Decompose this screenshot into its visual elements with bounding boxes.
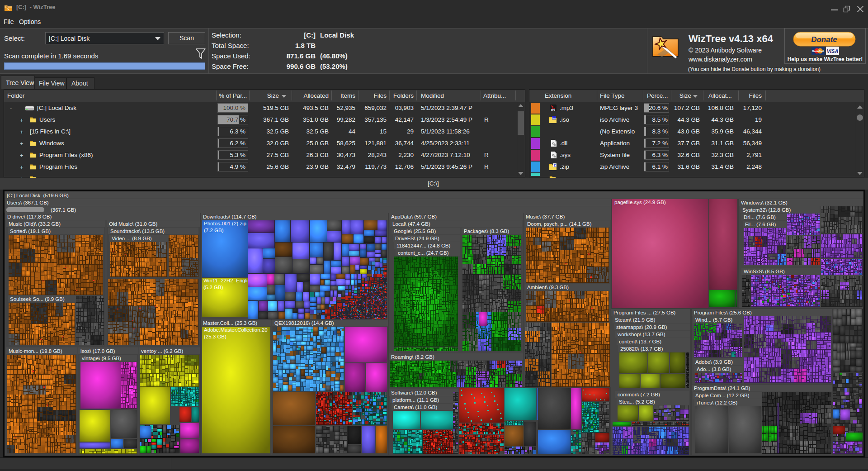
svg-text:Fil... (7.6 GB): Fil... (7.6 GB) xyxy=(745,222,776,227)
svg-text:Downloads\ (114.7 GB): Downloads\ (114.7 GB) xyxy=(203,214,257,219)
svg-text:Adobe.Master.Collection.20: Adobe.Master.Collection.20 xyxy=(204,327,268,333)
svg-text:vintage\ (9.5 GB): vintage\ (9.5 GB) xyxy=(82,356,121,361)
svg-text:Soulseek So... (9.9 GB): Soulseek So... (9.9 GB) xyxy=(10,296,65,302)
svg-text:Win11_22H2_Engli: Win11_22H2_Engli xyxy=(203,278,248,283)
svg-text:(25.3 GB): (25.3 GB) xyxy=(204,334,226,339)
svg-text:QEX19812016\ (14.4 GB): QEX19812016\ (14.4 GB) xyxy=(274,320,334,326)
svg-text:iTunes\ (12.2 GB): iTunes\ (12.2 GB) xyxy=(697,400,738,405)
svg-text:Photos-001 (2).zip: Photos-001 (2).zip xyxy=(204,221,246,226)
svg-text:Stea... (5.2 GB): Stea... (5.2 GB) xyxy=(619,399,655,404)
svg-text:Google\ (25.5 GB): Google\ (25.5 GB) xyxy=(394,228,436,234)
svg-text:ventoy ... (6.2 GB): ventoy ... (6.2 GB) xyxy=(141,348,183,354)
svg-text:Packages\ (8.3 GB): Packages\ (8.3 GB) xyxy=(464,228,509,234)
svg-text:Doom, psych, p... (14.1 GB): Doom, psych, p... (14.1 GB) xyxy=(527,221,592,227)
svg-text:Ado... (3.8 GB): Ado... (3.8 GB) xyxy=(697,366,731,372)
svg-text:250820\ (13.7 GB): 250820\ (13.7 GB) xyxy=(620,346,663,352)
svg-text:Local\ (47.4 GB): Local\ (47.4 GB) xyxy=(392,221,430,227)
svg-text:isos\ (17.0 GB): isos\ (17.0 GB) xyxy=(80,348,115,354)
svg-text:(7.2 GB): (7.2 GB) xyxy=(204,228,224,233)
svg-text:Soundtracks\ (13.5 GB): Soundtracks\ (13.5 GB) xyxy=(110,228,165,234)
svg-text:Old Music\ (31.0 GB): Old Music\ (31.0 GB) xyxy=(109,221,158,227)
svg-text:Wind... (5.7 GB): Wind... (5.7 GB) xyxy=(695,317,733,323)
svg-text:Apple Com... (12.2 GB): Apple Com... (12.2 GB) xyxy=(695,393,750,398)
svg-text:Windows\ (32.1 GB): Windows\ (32.1 GB) xyxy=(741,200,788,205)
svg-text:[C:] Local Disk (519.6 GB): [C:] Local Disk (519.6 GB) xyxy=(7,193,69,198)
svg-text:common\ (7.2 GB): common\ (7.2 GB) xyxy=(618,392,660,397)
svg-text:Dri... (7.6 GB): Dri... (7.6 GB) xyxy=(744,214,776,220)
svg-text:Steam\ (21.9 GB): Steam\ (21.9 GB) xyxy=(615,317,656,323)
svg-text:Roaming\ (8.2 GB): Roaming\ (8.2 GB) xyxy=(391,354,434,360)
svg-text:Music\ (37.7 GB): Music\ (37.7 GB) xyxy=(526,214,565,219)
svg-text:workshop\ (13.7 GB): workshop\ (13.7 GB) xyxy=(617,332,665,337)
svg-text:ProgramData\ (24.1 GB): ProgramData\ (24.1 GB) xyxy=(694,385,750,391)
svg-text:(367.1 GB): (367.1 GB) xyxy=(51,207,76,213)
svg-text:Ambient\ (9.3 GB): Ambient\ (9.3 GB) xyxy=(527,285,569,290)
svg-text:steamapps\ (20.9 GB): steamapps\ (20.9 GB) xyxy=(616,324,667,330)
svg-text:DriveFS\ (24.9 GB): DriveFS\ (24.9 GB) xyxy=(395,236,439,241)
svg-text:Users\ (367.1 GB): Users\ (367.1 GB) xyxy=(7,200,49,205)
svg-text:WinSxS\ (8.5 GB): WinSxS\ (8.5 GB) xyxy=(744,269,785,274)
svg-text:platform... (11.1 GB): platform... (11.1 GB) xyxy=(392,397,439,403)
svg-text:Sorted\ (19.1 GB): Sorted\ (19.1 GB) xyxy=(10,228,51,234)
svg-text:Music-mon... (19.8 GB): Music-mon... (19.8 GB) xyxy=(9,348,62,354)
svg-text:Master.Coll... (25.3 GB): Master.Coll... (25.3 GB) xyxy=(203,320,257,326)
svg-text:AppData\ (59.7 GB): AppData\ (59.7 GB) xyxy=(391,214,437,219)
svg-text:D drive\ (117.8 GB): D drive\ (117.8 GB) xyxy=(7,214,52,219)
svg-text:Adobe\ (3.9 GB): Adobe\ (3.9 GB) xyxy=(695,359,733,365)
svg-text:System32\ (12.8 GB): System32\ (12.8 GB) xyxy=(742,207,791,213)
svg-text:Camera\ (11.0 GB): Camera\ (11.0 GB) xyxy=(394,404,437,410)
svg-text:Program Files\ (25.6 GB): Program Files\ (25.6 GB) xyxy=(694,310,752,315)
svg-text:pagefile.sys (24.9 GB): pagefile.sys (24.9 GB) xyxy=(614,200,666,205)
svg-text:(5.2 GB): (5.2 GB) xyxy=(203,285,223,290)
svg-text:content_c... (24.7 GB): content_c... (24.7 GB) xyxy=(398,250,449,256)
svg-text:Music (Old)\ (33.2 GB): Music (Old)\ (33.2 GB) xyxy=(9,221,61,227)
svg-text:118412447... (24.8 GB): 118412447... (24.8 GB) xyxy=(396,243,451,248)
svg-text:content\ (13.7 GB): content\ (13.7 GB) xyxy=(619,339,661,344)
svg-text:Video ... (8.9 GB): Video ... (8.9 GB) xyxy=(112,236,152,241)
svg-text:Software\ (12.0 GB): Software\ (12.0 GB) xyxy=(391,390,437,395)
svg-text:Program Files ... (27.5 GB): Program Files ... (27.5 GB) xyxy=(613,310,676,315)
